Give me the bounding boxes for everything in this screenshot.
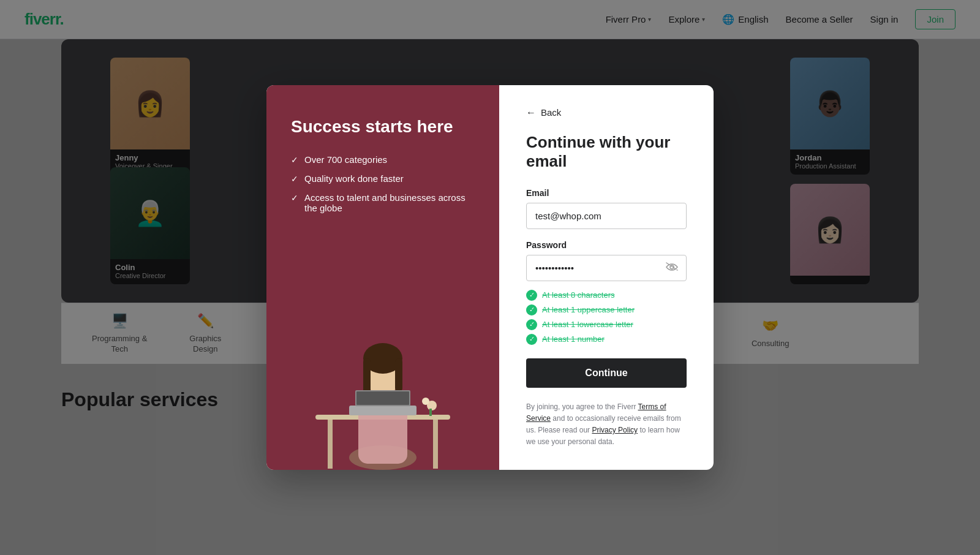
continue-button[interactable]: Continue — [526, 358, 687, 388]
req-number: ✓ At least 1 number — [526, 334, 687, 345]
req-8-chars: ✓ At least 8 characters — [526, 290, 687, 301]
checkmark-icon: ✓ — [291, 193, 298, 203]
password-requirements: ✓ At least 8 characters ✓ At least 1 upp… — [526, 290, 687, 345]
req-check-icon: ✓ — [526, 334, 537, 345]
svg-rect-8 — [395, 358, 402, 392]
password-field[interactable] — [526, 255, 687, 281]
svg-rect-7 — [363, 358, 371, 395]
svg-point-13 — [422, 398, 429, 405]
svg-rect-9 — [349, 406, 417, 415]
svg-rect-2 — [433, 420, 438, 469]
req-check-icon: ✓ — [526, 290, 537, 301]
modal-right-panel: ← Back Continue with your email Email Pa… — [499, 85, 714, 470]
eye-toggle-icon[interactable] — [666, 262, 678, 273]
modal-list-item-3: ✓ Access to talent and businesses across… — [291, 192, 475, 213]
svg-rect-1 — [328, 420, 333, 469]
back-arrow-icon: ← — [526, 107, 536, 118]
modal-list-item-1: ✓ Over 700 categories — [291, 154, 475, 165]
signup-modal: Success starts here ✓ Over 700 categorie… — [266, 85, 714, 470]
password-wrapper — [526, 255, 687, 281]
svg-rect-11 — [356, 391, 409, 405]
modal-left-list: ✓ Over 700 categories ✓ Quality work don… — [291, 154, 475, 213]
modal-list-item-2: ✓ Quality work done faster — [291, 173, 475, 184]
modal-left-title: Success starts here — [291, 116, 475, 137]
email-label: Email — [526, 188, 687, 198]
woman-illustration — [297, 286, 469, 470]
req-uppercase: ✓ At least 1 uppercase letter — [526, 304, 687, 315]
email-field[interactable] — [526, 203, 687, 229]
svg-rect-14 — [429, 409, 432, 416]
privacy-policy-link[interactable]: Privacy Policy — [592, 426, 638, 434]
checkmark-icon: ✓ — [291, 174, 298, 184]
back-button[interactable]: ← Back — [526, 107, 687, 118]
req-check-icon: ✓ — [526, 319, 537, 330]
password-label: Password — [526, 240, 687, 250]
modal-left-panel: Success starts here ✓ Over 700 categorie… — [266, 85, 499, 470]
tos-text: By joining, you agree to the Fiverr Term… — [526, 401, 687, 448]
checkmark-icon: ✓ — [291, 155, 298, 165]
req-check-icon: ✓ — [526, 304, 537, 315]
req-lowercase: ✓ At least 1 lowercase letter — [526, 319, 687, 330]
modal-title: Continue with your email — [526, 133, 687, 171]
modal-overlay: Success starts here ✓ Over 700 categorie… — [0, 0, 980, 555]
